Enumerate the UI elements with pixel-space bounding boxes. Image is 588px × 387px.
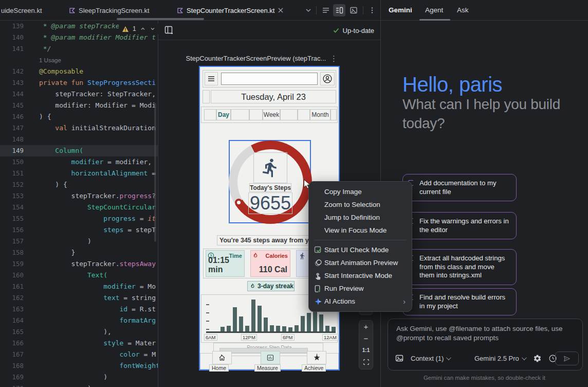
chart-bar	[239, 316, 243, 331]
inspections-widget[interactable]: 1	[119, 23, 159, 34]
close-tab-icon[interactable]	[278, 7, 284, 13]
usage-inlay-hint[interactable]: 1 Usage	[39, 57, 61, 63]
context-menu-item[interactable]: Start Interactive Mode	[309, 269, 412, 282]
code-line[interactable]: 158 }	[0, 247, 158, 258]
code-line[interactable]: 141 */	[0, 43, 158, 55]
tab-sleeptrackingscreen[interactable]: SleepTrackingScreen.kt	[66, 0, 153, 21]
code-line[interactable]: 151 horizontalAlignment =	[0, 168, 158, 179]
zoom-out-button[interactable]: −	[359, 332, 373, 344]
code-line[interactable]: 143private fun StepProgressSecti	[0, 77, 158, 89]
active-tab-indicator	[419, 19, 450, 21]
context-menu-item[interactable]: Run Preview	[309, 282, 412, 295]
editor-options-kebab-icon[interactable]	[366, 4, 378, 16]
tab-ask[interactable]: Ask	[457, 0, 469, 21]
app-tab-month[interactable]: Month	[310, 109, 330, 120]
zoom-actual-button[interactable]: 1:1	[359, 344, 373, 356]
tab-agent[interactable]: Agent	[425, 0, 443, 21]
model-dropdown[interactable]: Gemini 2.5 Pro	[474, 351, 525, 365]
code-line[interactable]: 160 Text(	[0, 270, 158, 281]
code-line[interactable]: 148	[0, 134, 158, 145]
nav-achieve-icon-box[interactable]	[307, 351, 326, 364]
next-warning-icon[interactable]	[150, 26, 156, 32]
app-menu-button[interactable]	[205, 72, 218, 85]
code-line[interactable]: 150 modifier = modifier,	[0, 156, 158, 168]
tab-guidescreen[interactable]: uideScreen.kt	[0, 0, 45, 21]
code-line[interactable]: 162 text = string	[0, 292, 158, 304]
editor-scrollbar[interactable]	[154, 103, 156, 242]
chart-bar	[282, 326, 286, 331]
app-tab-week[interactable]: Week	[263, 109, 280, 120]
code-line[interactable]: 163 id = R.st	[0, 304, 158, 315]
code-line[interactable]: 170 )	[0, 383, 158, 387]
suggestion-card[interactable]: Extract all hardcoded strings from this …	[402, 249, 517, 285]
preview-kebab-icon[interactable]: ⋮	[330, 54, 338, 63]
suggestion-card[interactable]: Fix the warnings and errors in the edito…	[402, 212, 517, 239]
tab-stepcountertrackerscreen[interactable]: StepCounterTrackerScreen.kt	[174, 0, 287, 21]
context-menu-item[interactable]: Zoom to Selection	[309, 198, 412, 211]
attach-image-button[interactable]	[395, 351, 403, 365]
context-menu-item[interactable]: Copy Image	[309, 185, 412, 198]
code-line[interactable]: 152 ) {	[0, 179, 158, 190]
code-line[interactable]: 153 stepTracker.progress?	[0, 190, 158, 202]
line-number: 142	[0, 66, 36, 77]
chart-baseline	[206, 331, 336, 333]
split-view-icon[interactable]	[333, 4, 345, 16]
preview-layout-icon[interactable]	[164, 26, 173, 34]
code-line[interactable]: 147 val initialStreakDuration	[0, 122, 158, 134]
code-view-icon[interactable]	[320, 4, 332, 16]
line-number	[0, 55, 36, 66]
context-dropdown[interactable]: Context (1)	[411, 351, 450, 365]
nav-home-icon-box[interactable]	[212, 351, 232, 364]
code-text: )	[36, 236, 158, 247]
code-text: modifier = Mo	[36, 281, 158, 292]
suggestion-card[interactable]: Find and resolve build errors in my proj…	[402, 288, 517, 315]
submenu-chevron-icon: ›	[403, 297, 406, 306]
code-line[interactable]: 166 style = Mater	[0, 338, 158, 349]
code-line[interactable]: 168 fontWeight	[0, 360, 158, 372]
line-number: 146	[0, 111, 36, 122]
code-line[interactable]: 142@Composable	[0, 66, 158, 77]
code-editor[interactable]: 139 * @param stepTracke140 * @param modi…	[0, 21, 158, 387]
code-line[interactable]: 156 steps = stepT	[0, 224, 158, 236]
prev-warning-icon[interactable]	[140, 26, 146, 32]
code-line[interactable]: 159 stepTracker.stepsAway	[0, 258, 158, 270]
app-tab-day[interactable]: Day	[216, 109, 231, 120]
context-menu-item[interactable]: Start Animation Preview	[309, 256, 412, 269]
nav-measure-icon-box[interactable]	[261, 351, 280, 364]
code-line[interactable]: 146) {	[0, 111, 158, 122]
send-button[interactable]	[555, 351, 579, 365]
achieve-star-icon	[313, 354, 321, 362]
code-line[interactable]: 169 )	[0, 372, 158, 383]
code-line[interactable]: 161 modifier = Mo	[0, 281, 158, 292]
context-menu-item[interactable]: AI Actions›	[309, 295, 412, 308]
code-line[interactable]: 164 formatArg	[0, 315, 158, 326]
tab-list-chevron-icon[interactable]	[302, 4, 315, 16]
calories-card: Calories 110 Cal	[250, 250, 290, 277]
line-number: 139	[0, 21, 36, 32]
zoom-in-button[interactable]: +	[359, 321, 373, 332]
gemini-input-box[interactable]: Ask Gemini, use @filename to attach sour…	[388, 319, 583, 371]
code-line[interactable]: 154 StepCountCircular	[0, 202, 158, 213]
preview-title[interactable]: StepCounterTrackerScreenPreview (stepTra…	[179, 55, 333, 62]
zoom-fit-button[interactable]	[359, 356, 373, 368]
code-line[interactable]: 167 color = M	[0, 349, 158, 360]
code-line[interactable]: 145 modifier: Modifier = Modi	[0, 100, 158, 111]
code-line[interactable]: 157 )	[0, 236, 158, 247]
suggestion-card[interactable]: Add documentation to my current file	[402, 174, 517, 201]
app-account-button[interactable]	[320, 72, 335, 85]
code-line[interactable]: 149 Column(	[0, 145, 158, 156]
context-menu-item[interactable]: View in Focus Mode	[309, 224, 412, 237]
context-menu-item[interactable]: Jump to Definition	[309, 211, 412, 224]
settings-button[interactable]	[533, 351, 542, 365]
line-number: 161	[0, 281, 36, 292]
tab-strip-scrollbar[interactable]	[117, 18, 204, 20]
design-view-icon[interactable]	[347, 4, 360, 16]
calories-icon	[252, 252, 259, 259]
chevron-down-icon	[446, 355, 451, 360]
code-line[interactable]: 144 stepTracker: StepTracker,	[0, 89, 158, 100]
context-menu-item[interactable]: Start UI Check Mode	[309, 243, 412, 256]
code-line[interactable]: 1 Usage	[0, 55, 158, 66]
app-search-field[interactable]	[221, 73, 318, 85]
code-line[interactable]: 155 progress = it	[0, 213, 158, 224]
code-line[interactable]: 165 ),	[0, 326, 158, 338]
